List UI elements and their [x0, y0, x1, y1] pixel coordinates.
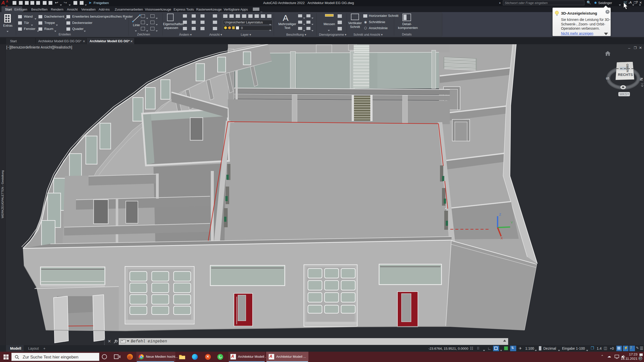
svg-text:Y: Y — [511, 221, 513, 224]
svg-text:S: S — [606, 77, 610, 80]
svg-text:N: N — [639, 78, 643, 81]
svg-text:RECHTS: RECHTS — [618, 73, 633, 77]
svg-text:Z: Z — [499, 213, 501, 216]
svg-text:OBEN: OBEN — [626, 64, 629, 72]
svg-text:X: X — [501, 236, 503, 240]
